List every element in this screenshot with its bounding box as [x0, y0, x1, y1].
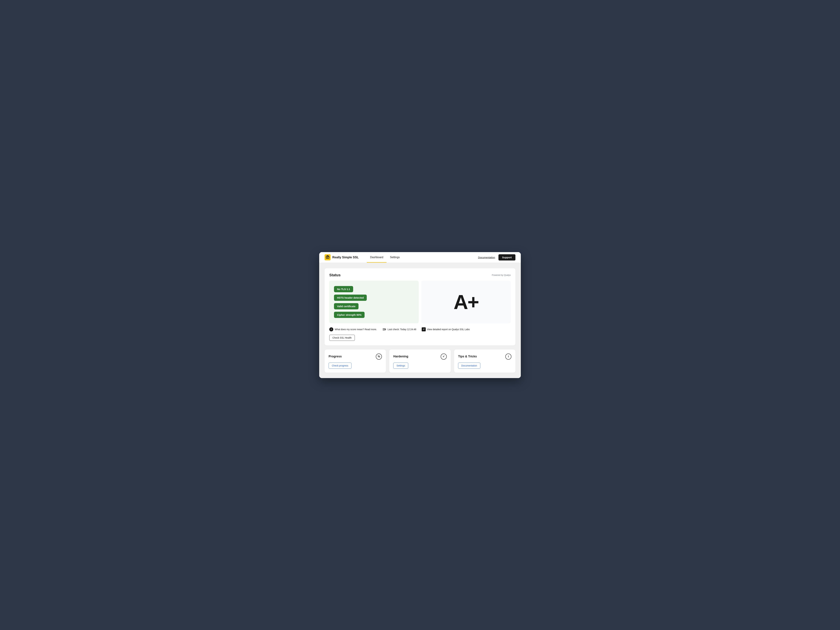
- logo-area: Really Simple SSL: [325, 254, 359, 261]
- hardening-settings-button[interactable]: Settings: [393, 363, 408, 369]
- status-footer: i What does my score mean? Read more. La…: [329, 327, 511, 332]
- qualys-link-item[interactable]: ↗ View detailed report on Qualys SSL Lab…: [422, 327, 470, 332]
- tips-icon: i: [505, 354, 512, 360]
- tips-card-header: Tips & Tricks i: [458, 354, 512, 360]
- logo-icon: [325, 254, 331, 261]
- status-header: Status Powered by Qualys: [329, 273, 511, 277]
- badge-no-tls: No TLS 1.1: [334, 286, 353, 292]
- hardening-card: Hardening ✓ Settings: [389, 349, 451, 373]
- progress-icon: %: [376, 354, 382, 360]
- powered-by-label: Powered by Qualys: [492, 274, 511, 276]
- tab-settings[interactable]: Settings: [387, 252, 403, 263]
- hardening-icon: ✓: [441, 354, 447, 360]
- info-icon: i: [329, 327, 333, 332]
- ssl-grade: A+: [453, 292, 478, 312]
- tips-documentation-button[interactable]: Documentation: [458, 363, 480, 369]
- progress-card-title: Progress: [328, 355, 342, 358]
- tips-card-title: Tips & Tricks: [458, 355, 477, 358]
- status-title: Status: [329, 273, 341, 277]
- badge-cipher: Cipher strength 90%: [334, 312, 365, 318]
- checklist-icon: [382, 327, 386, 332]
- check-ssl-button[interactable]: Check SSL Health: [329, 335, 355, 341]
- main-content: Status Powered by Qualys No TLS 1.1 HSTS…: [319, 263, 521, 378]
- support-button[interactable]: Support: [499, 254, 516, 261]
- nav-bar: Really Simple SSL Dashboard Settings Doc…: [319, 252, 521, 263]
- score-info-text[interactable]: What does my score mean? Read more.: [335, 328, 377, 331]
- last-check-item: Last check: Today 12:24:48: [382, 327, 416, 332]
- browser-window: Really Simple SSL Dashboard Settings Doc…: [319, 252, 521, 378]
- badge-cert: Valid certificate: [334, 303, 358, 309]
- score-info-item: i What does my score mean? Read more.: [329, 327, 377, 332]
- qualys-link-text[interactable]: View detailed report on Qualys SSL Labs: [427, 328, 470, 331]
- status-panels: No TLS 1.1 HSTS header detected Valid ce…: [329, 281, 511, 323]
- hardening-card-title: Hardening: [393, 355, 408, 358]
- progress-card-header: Progress %: [328, 354, 382, 360]
- nav-tabs: Dashboard Settings: [367, 252, 403, 263]
- grade-panel: A+: [422, 281, 511, 323]
- brand-name: Really Simple SSL: [332, 256, 359, 259]
- tab-dashboard[interactable]: Dashboard: [367, 252, 387, 263]
- last-check-text: Last check: Today 12:24:48: [388, 328, 416, 331]
- status-card: Status Powered by Qualys No TLS 1.1 HSTS…: [325, 268, 515, 346]
- hardening-card-header: Hardening ✓: [393, 354, 447, 360]
- progress-card: Progress % Check progress: [325, 349, 386, 373]
- tips-card: Tips & Tricks i Documentation: [454, 349, 515, 373]
- check-progress-button[interactable]: Check progress: [328, 363, 352, 369]
- documentation-link[interactable]: Documentation: [478, 256, 495, 259]
- external-link-icon: ↗: [422, 327, 426, 332]
- bottom-cards: Progress % Check progress Hardening ✓ Se…: [325, 349, 515, 373]
- badge-hsts: HSTS header detected: [334, 295, 367, 301]
- nav-right: Documentation Support: [478, 254, 515, 261]
- svg-rect-0: [325, 254, 331, 261]
- badges-panel: No TLS 1.1 HSTS header detected Valid ce…: [329, 281, 418, 323]
